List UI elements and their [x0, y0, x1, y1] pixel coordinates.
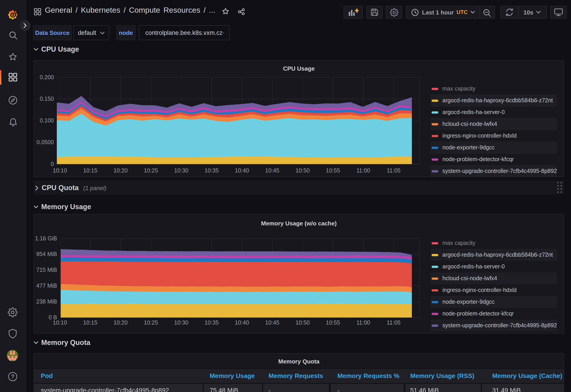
svg-text:11:00: 11:00: [356, 319, 370, 326]
svg-text:10:10: 10:10: [53, 319, 67, 326]
svg-text:10:10: 10:10: [53, 167, 67, 174]
svg-text:238 MiB: 238 MiB: [36, 298, 57, 305]
svg-text:10:15: 10:15: [83, 319, 97, 326]
svg-text:10:30: 10:30: [174, 319, 188, 326]
svg-text:10:45: 10:45: [265, 319, 279, 326]
svg-text:10:50: 10:50: [296, 167, 310, 174]
svg-text:10:40: 10:40: [235, 319, 249, 326]
svg-text:10:50: 10:50: [296, 319, 310, 326]
svg-text:10:40: 10:40: [235, 167, 249, 174]
svg-text:10:35: 10:35: [204, 167, 219, 174]
svg-text:10:15: 10:15: [83, 167, 97, 174]
svg-text:11:00: 11:00: [356, 167, 370, 174]
svg-text:10:25: 10:25: [144, 167, 158, 174]
svg-text:10:25: 10:25: [144, 319, 158, 326]
svg-text:11:05: 11:05: [387, 319, 400, 326]
svg-text:715 MiB: 715 MiB: [36, 267, 57, 273]
svg-text:1.16 GiB: 1.16 GiB: [35, 235, 57, 241]
svg-text:10:55: 10:55: [326, 167, 340, 174]
svg-text:954 MiB: 954 MiB: [36, 251, 57, 257]
svg-text:10:20: 10:20: [114, 167, 128, 174]
svg-text:10:45: 10:45: [265, 167, 279, 174]
svg-text:10:20: 10:20: [114, 319, 128, 326]
svg-text:477 MiB: 477 MiB: [36, 282, 57, 289]
svg-text:0: 0: [51, 161, 54, 167]
svg-text:0.100: 0.100: [40, 117, 54, 124]
svg-text:0.150: 0.150: [40, 96, 54, 102]
svg-text:?: ?: [11, 373, 14, 379]
svg-text:0.0500: 0.0500: [37, 139, 54, 145]
svg-text:10:35: 10:35: [204, 319, 219, 326]
svg-text:0.200: 0.200: [40, 74, 54, 80]
svg-text:10:55: 10:55: [326, 319, 340, 326]
svg-text:10:30: 10:30: [174, 167, 188, 174]
svg-text:11:05: 11:05: [387, 167, 400, 174]
